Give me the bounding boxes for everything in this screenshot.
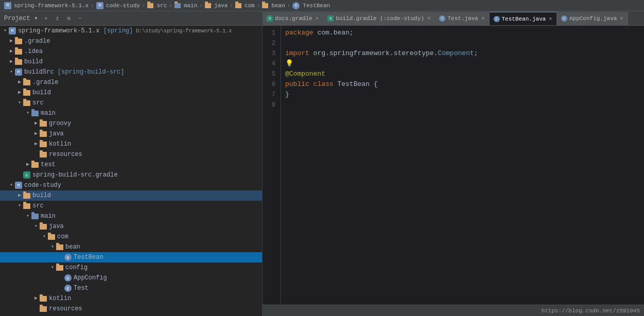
panel-dropdown-icon[interactable]: ▾ — [34, 14, 38, 22]
tab-docs-gradle[interactable]: G docs.gradle × — [263, 12, 323, 25]
tree-item-config[interactable]: ▾ config — [0, 262, 262, 273]
tab-bar: G docs.gradle × G build.gradle (:code-st… — [263, 11, 644, 26]
arrow-testbean — [58, 252, 64, 262]
breadcrumb-class-icon: C — [292, 2, 300, 9]
java2-label: java — [49, 130, 64, 137]
tree-item-sf-root[interactable]: ▾ M spring-framework-5.1.x [spring] D:\s… — [0, 26, 262, 36]
tree-item-gradle1[interactable]: ▶ .gradle — [0, 36, 262, 46]
module-icon-sf: M — [8, 27, 16, 35]
folder-icon-kotlin2 — [39, 294, 47, 303]
arrow-config: ▾ — [49, 262, 56, 273]
class-icon-test: C — [64, 284, 72, 292]
code-line-6: public class TestBean { — [285, 79, 640, 90]
tab-close-appconfig[interactable]: × — [620, 15, 623, 22]
tab-appconfig-java[interactable]: C AppConfig.java × — [557, 12, 628, 25]
tree-item-idea[interactable]: ▶ .idea — [0, 46, 262, 57]
tree-item-resources2[interactable]: resources — [0, 304, 262, 314]
tree-item-bean[interactable]: ▾ bean — [0, 242, 262, 252]
tab-testbean-java[interactable]: C TestBean.java × — [490, 12, 557, 25]
tab-close-docs[interactable]: × — [316, 15, 319, 22]
tab-close-build[interactable]: × — [427, 15, 431, 22]
tree-item-build3[interactable]: ▶ build — [0, 190, 262, 201]
tab-close-test[interactable]: × — [481, 15, 485, 22]
sep3: › — [169, 3, 172, 9]
minimize-icon[interactable]: − — [76, 14, 84, 23]
folder-icon-src2 — [23, 202, 31, 210]
tree-item-buildsrc[interactable]: ▾ M buildSrc [spring-build-src] — [0, 67, 262, 77]
add-icon[interactable]: + — [42, 14, 50, 23]
code-study-label: code-study — [24, 182, 61, 189]
tree-item-src1[interactable]: ▾ src — [0, 98, 262, 108]
status-url: https://blog.csdn.net/z591045 — [542, 308, 640, 314]
build1-label: build — [24, 58, 43, 65]
folder-icon-test1 — [31, 161, 39, 169]
tab-test-java[interactable]: C Test.java × — [435, 12, 489, 25]
tab-build-gradle[interactable]: G build.gradle (:code-study) × — [323, 12, 435, 25]
arrow-code-study: ▾ — [8, 180, 14, 190]
tree-item-src2[interactable]: ▾ src — [0, 201, 262, 211]
code-content[interactable]: package com.bean; import org.springframe… — [281, 26, 644, 305]
line-num-2: 2 — [263, 38, 279, 48]
tree-item-testbean[interactable]: C TestBean — [0, 252, 262, 262]
settings-icon[interactable]: ⚙ — [65, 14, 73, 23]
tree-item-sbsgradle[interactable]: G spring-build-src.gradle — [0, 170, 262, 180]
breadcrumb-com: com — [245, 3, 255, 9]
tree-item-gradle2[interactable]: ▶ .gradle — [0, 77, 262, 87]
breadcrumb-code-study: code-study — [106, 3, 140, 9]
panel-header-icons: + ± ⚙ − — [42, 14, 84, 23]
folder-icon-config — [56, 264, 64, 272]
tree-item-build2[interactable]: ▶ build — [0, 87, 262, 98]
tree-item-build1[interactable]: ▶ build — [0, 57, 262, 67]
arrow-main2: ▾ — [25, 211, 31, 221]
tree-item-resources1[interactable]: resources — [0, 149, 262, 160]
tree-container[interactable]: ▾ M spring-framework-5.1.x [spring] D:\s… — [0, 26, 262, 316]
tab-icon-build: G — [327, 15, 334, 22]
sep1: › — [91, 3, 94, 9]
folder-icon-idea — [14, 47, 23, 56]
tree-item-java3[interactable]: ▾ java — [0, 221, 262, 232]
tree-item-groovy[interactable]: ▶ groovy — [0, 118, 262, 129]
folder-icon-groovy — [39, 119, 47, 128]
testbean-label: TestBean — [74, 254, 103, 261]
arrow-idea: ▶ — [8, 46, 14, 57]
title-bar: M spring-framework-5.1.x › M code-study … — [0, 0, 644, 11]
breadcrumb-src-icon — [147, 3, 153, 8]
groovy-label: groovy — [49, 120, 71, 127]
folder-icon-java3 — [39, 222, 47, 231]
editor-area[interactable]: 1 2 3 4 5 6 7 8 package com.bean; import… — [263, 26, 644, 305]
tree-item-test1[interactable]: ▶ test — [0, 160, 262, 170]
tree-item-com[interactable]: ▾ com — [0, 232, 262, 242]
resources1-label: resources — [49, 151, 82, 158]
folder-icon-main2 — [31, 212, 39, 220]
src2-label: src — [32, 202, 44, 209]
bean-label: bean — [65, 243, 80, 251]
tree-item-main2[interactable]: ▾ main — [0, 211, 262, 221]
tab-close-testbean[interactable]: × — [549, 16, 552, 22]
config-label: config — [65, 264, 88, 271]
tree-item-kotlin2[interactable]: ▶ kotlin — [0, 293, 262, 304]
code-line-4: 💡 — [285, 59, 640, 69]
arrow-gradle1: ▶ — [8, 36, 14, 46]
arrow-test1: ▶ — [25, 160, 31, 170]
tree-item-main1[interactable]: ▾ main — [0, 108, 262, 118]
arrow-com: ▾ — [41, 232, 47, 242]
tab-label-testbean: TestBean.java — [502, 16, 546, 22]
breadcrumb-main: main — [184, 3, 197, 9]
folder-icon-resources1 — [39, 150, 47, 159]
sync-icon[interactable]: ± — [54, 14, 62, 23]
folder-icon-build3 — [23, 191, 31, 200]
arrow-appconfig — [58, 273, 64, 283]
tree-item-java2[interactable]: ▶ java — [0, 129, 262, 139]
test-class-label: Test — [74, 285, 89, 292]
main-layout: Project ▾ + ± ⚙ − ▾ M spring-framework-5… — [0, 11, 644, 316]
tree-item-code-study[interactable]: ▾ M code-study — [0, 180, 262, 190]
panel-header: Project ▾ + ± ⚙ − — [0, 11, 262, 26]
sep5: › — [230, 3, 233, 9]
tree-item-appconfig[interactable]: C AppConfig — [0, 273, 262, 283]
line-num-6: 6 — [263, 79, 279, 90]
tree-item-test-class[interactable]: C Test — [0, 283, 262, 293]
arrow-main1: ▾ — [25, 108, 31, 118]
code-line-1: package com.bean; — [285, 28, 640, 38]
tree-item-kotlin1[interactable]: ▶ kotlin — [0, 139, 262, 149]
resources2-label: resources — [49, 305, 82, 312]
